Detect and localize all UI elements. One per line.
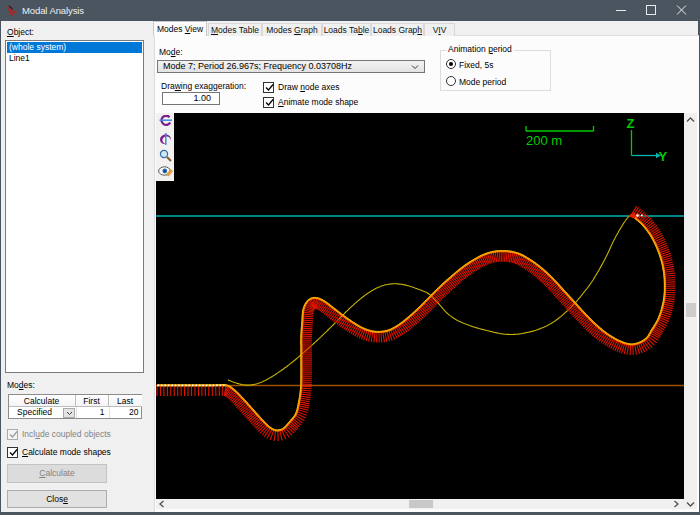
svg-text:200 m: 200 m: [526, 133, 562, 148]
svg-text:Z: Z: [627, 116, 635, 131]
svg-text:Y: Y: [659, 149, 668, 164]
